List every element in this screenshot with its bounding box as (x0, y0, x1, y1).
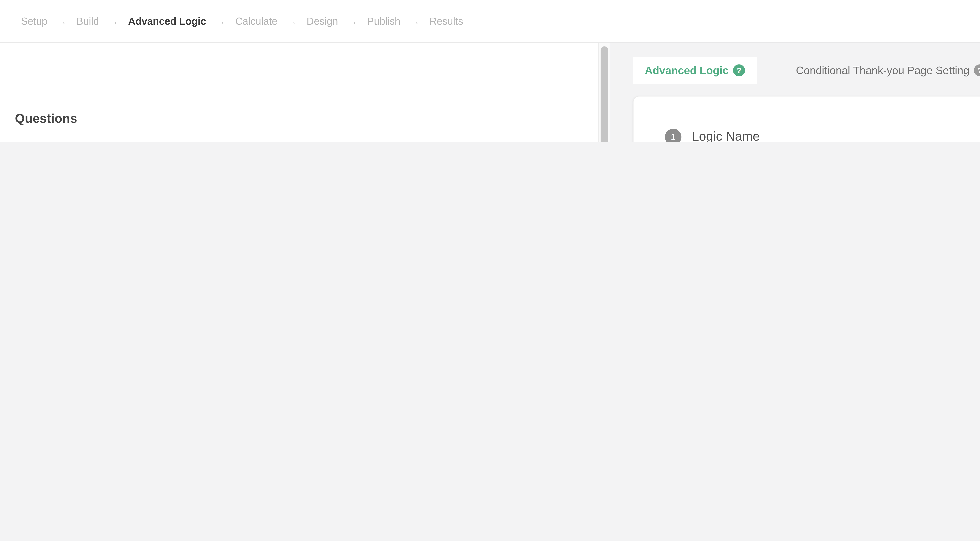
logic-name-input[interactable]: Logic Name (692, 129, 760, 142)
tab-advanced-logic[interactable]: Advanced Logic (633, 57, 757, 84)
breadcrumb-arrow-icon: → (410, 16, 420, 27)
breadcrumb-arrow-icon: → (57, 16, 67, 27)
breadcrumb-step-setup[interactable]: Setup (21, 16, 48, 27)
breadcrumb-arrow-icon: → (109, 16, 119, 27)
breadcrumb-arrow-icon: → (287, 16, 297, 27)
breadcrumb-arrow-icon: → (216, 16, 226, 27)
breadcrumb-step-build[interactable]: Build (76, 16, 99, 27)
breadcrumb-step-advanced-logic[interactable]: Advanced Logic (128, 16, 206, 27)
questions-panel: Questions 1 Which design of T-shirt woul… (0, 43, 598, 142)
logic-panel: Advanced Logic Conditional Thank-you Pag… (610, 43, 980, 142)
left-panel-scrollbar-thumb[interactable] (601, 46, 608, 142)
app-window: Setup → Build → Advanced Logic → Calcula… (0, 0, 980, 142)
questions-panel-title: Questions (15, 112, 77, 126)
breadcrumb-step-results[interactable]: Results (430, 16, 463, 27)
breadcrumb-step-publish[interactable]: Publish (367, 16, 400, 27)
breadcrumb-step-design[interactable]: Design (307, 16, 338, 27)
tab-label: Conditional Thank-you Page Setting (796, 64, 969, 76)
tab-label: Advanced Logic (645, 64, 729, 76)
logic-number-badge: 1 (665, 129, 681, 142)
left-panel-scrollbar[interactable] (598, 43, 610, 142)
help-icon[interactable] (733, 64, 745, 76)
tab-conditional-thankyou[interactable]: Conditional Thank-you Page Setting (779, 57, 980, 84)
logic-card: Incomplete 1 Logic Name If 1. Which desi… (633, 96, 980, 142)
breadcrumb-step-calculate[interactable]: Calculate (235, 16, 278, 27)
help-icon[interactable] (974, 64, 980, 76)
breadcrumb: Setup → Build → Advanced Logic → Calcula… (21, 0, 463, 43)
top-bar: Setup → Build → Advanced Logic → Calcula… (0, 0, 980, 43)
breadcrumb-arrow-icon: → (348, 16, 358, 27)
